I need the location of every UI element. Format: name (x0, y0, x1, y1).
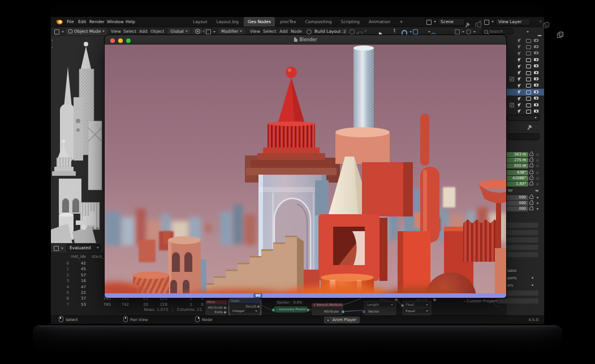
scene-name-field[interactable]: Scene (438, 18, 465, 25)
mode-selector[interactable]: Object Mode (66, 28, 107, 35)
node-compare[interactable]: Float Equal (402, 300, 432, 315)
visibility-checkbox[interactable]: ✓ (510, 103, 514, 107)
editor-type-node-icon[interactable] (206, 29, 211, 34)
chevron-down-icon[interactable] (428, 31, 430, 33)
render-window[interactable]: Blender (105, 35, 506, 298)
disable-render-camera-icon[interactable] (534, 77, 538, 80)
decorator-dot-icon[interactable] (537, 197, 538, 198)
object-name-field[interactable] (508, 133, 540, 140)
decorator-dot-icon[interactable] (532, 277, 533, 279)
hide-viewport-monitor-icon[interactable] (526, 77, 531, 81)
selectable-arrow-icon[interactable] (518, 110, 522, 114)
node-move-title[interactable]: Move (205, 300, 227, 304)
lock-icon[interactable] (529, 177, 533, 180)
lock-icon[interactable] (529, 183, 533, 185)
menu-help[interactable]: Help (123, 17, 137, 27)
animate-diamond-icon[interactable]: ◇ (536, 158, 539, 162)
hide-viewport-monitor-icon[interactable] (526, 110, 531, 114)
section-selectable[interactable]: table (507, 268, 516, 273)
node-move[interactable]: Move Attribute Exits ◆◆ (205, 300, 227, 315)
disable-render-camera-icon[interactable] (534, 97, 538, 99)
outliner-row[interactable] (507, 57, 544, 63)
lock-icon[interactable] (529, 153, 533, 156)
playhead-badge[interactable]: 90 (253, 293, 262, 298)
selectable-arrow-icon[interactable] (518, 64, 522, 69)
disable-render-camera-icon[interactable] (534, 64, 538, 67)
outliner-row[interactable] (507, 108, 544, 114)
outliner-row[interactable]: ✓ (507, 76, 544, 82)
tab-proctex[interactable]: procTex (276, 17, 300, 27)
animate-diamond-icon[interactable]: ◇ (536, 163, 539, 167)
menu-render[interactable]: Render (87, 17, 107, 27)
node-compare-type[interactable]: Float (404, 302, 430, 307)
tab--[interactable]: + (395, 17, 407, 27)
blender-logo-icon[interactable] (55, 19, 63, 24)
chevron-down-icon[interactable] (462, 31, 464, 33)
disable-render-camera-icon[interactable] (534, 51, 538, 54)
node-vector-math-op[interactable]: Length (365, 302, 395, 307)
tab-compositing[interactable]: Compositing (301, 17, 336, 27)
disable-render-camera-icon[interactable] (534, 71, 538, 74)
stop-player-icon[interactable]: ✕ (326, 318, 330, 323)
decorator-dot-icon[interactable] (537, 208, 538, 210)
properties-pin-icon[interactable] (527, 127, 530, 130)
hide-viewport-monitor-icon[interactable] (526, 71, 531, 75)
scene-browse-icon[interactable] (426, 20, 432, 25)
snap-magnet-icon[interactable] (402, 30, 407, 34)
snap-with-icon[interactable] (413, 29, 418, 34)
outliner-row[interactable] (507, 63, 544, 70)
chevron-down-icon[interactable] (527, 31, 529, 33)
animate-diamond-icon[interactable]: ◇ (536, 181, 539, 185)
anim-player-badge[interactable]: ✕Anim Player (324, 317, 360, 323)
node-tree-type-selector[interactable]: Modifier (218, 28, 245, 35)
selectable-arrow-icon[interactable] (518, 45, 522, 50)
outliner-row[interactable]: ✓ (507, 102, 544, 108)
disable-render-camera-icon[interactable] (534, 45, 538, 48)
overlays-icon[interactable] (455, 29, 460, 34)
orientation-selector[interactable]: Global (167, 28, 191, 35)
close-icon[interactable]: × (478, 19, 482, 24)
node-compare-op[interactable]: Equal (404, 309, 430, 313)
parenting-toggle-icon[interactable]: t (394, 28, 395, 33)
unlink-icon[interactable]: × (364, 29, 367, 33)
chevron-down-icon[interactable] (473, 31, 476, 33)
player-timeline[interactable]: 90 (105, 293, 506, 298)
lock-icon[interactable] (529, 207, 533, 210)
outliner-row[interactable] (507, 89, 544, 95)
node-vector-math[interactable]: Length Vector (364, 300, 396, 315)
selectable-arrow-icon[interactable] (518, 51, 522, 56)
socket-a-in[interactable] (400, 304, 404, 307)
property-row[interactable] (497, 298, 538, 304)
hide-viewport-monitor-icon[interactable] (526, 45, 531, 49)
chevron-down-icon[interactable] (61, 248, 63, 249)
selectable-arrow-icon[interactable] (518, 103, 522, 107)
visibility-checkbox[interactable]: ✓ (510, 77, 514, 81)
selectable-arrow-icon[interactable] (518, 58, 522, 62)
hide-viewport-monitor-icon[interactable] (526, 90, 531, 94)
socket-geometry-in[interactable] (271, 308, 275, 312)
pivot-point-selector[interactable] (192, 28, 207, 35)
disable-render-camera-icon[interactable] (534, 84, 538, 86)
decorator-dot-icon[interactable] (532, 284, 533, 286)
disable-render-camera-icon[interactable] (534, 103, 538, 106)
tab-geo-nodes[interactable]: Geo Nodes (244, 17, 275, 27)
menu-file[interactable]: File (64, 17, 76, 27)
selectable-arrow-icon[interactable] (518, 38, 522, 43)
outliner[interactable]: ✓✓ (507, 36, 544, 115)
disable-render-camera-icon[interactable] (534, 110, 538, 112)
chevron-down-icon[interactable] (62, 31, 64, 33)
close-icon[interactable]: × (539, 19, 542, 24)
lock-icon[interactable] (529, 171, 533, 174)
tab-scripting[interactable]: Scripting (337, 17, 364, 27)
node-scale-title[interactable]: Scale (229, 299, 261, 303)
section-viewports[interactable]: ports (507, 276, 517, 280)
disable-render-camera-icon[interactable] (534, 58, 538, 61)
node-epsilon-field[interactable]: Epsilon 0.0% (275, 300, 304, 305)
chevron-down-icon[interactable] (213, 31, 215, 33)
outliner-row[interactable] (507, 96, 544, 102)
lock-icon[interactable] (529, 202, 533, 205)
users-count-badge[interactable]: 2 (342, 29, 347, 34)
column-header-inst-idx[interactable]: inst_idx (62, 254, 86, 259)
hide-viewport-monitor-icon[interactable] (526, 58, 531, 62)
hide-viewport-monitor-icon[interactable] (526, 103, 531, 107)
